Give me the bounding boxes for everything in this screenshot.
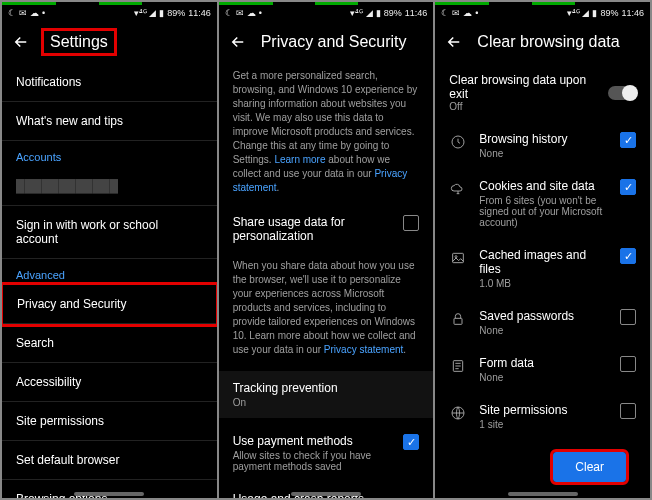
history-icon (450, 134, 466, 150)
row-formdata[interactable]: Form dataNone (435, 346, 650, 393)
row-notifications[interactable]: Notifications (2, 63, 217, 102)
moon-icon: ☾ (8, 8, 16, 18)
row-siteperm[interactable]: Site permissions1 site (435, 393, 650, 440)
row-cookies[interactable]: Cookies and site dataFrom 6 sites (you w… (435, 169, 650, 238)
back-icon[interactable] (445, 33, 463, 51)
row-privacy-security[interactable]: Privacy and Security (3, 285, 216, 324)
history-checkbox[interactable] (620, 132, 636, 148)
globe-icon (450, 405, 466, 421)
passwords-checkbox[interactable] (620, 309, 636, 325)
row-whatsnew[interactable]: What's new and tips (2, 102, 217, 141)
lock-icon (450, 311, 466, 327)
chat-icon: ☁ (30, 8, 39, 18)
share-usage-checkbox[interactable] (403, 215, 419, 231)
section-advanced: Advanced (2, 259, 217, 285)
back-icon[interactable] (229, 33, 247, 51)
battery-pct: 89% (167, 8, 185, 18)
cached-checkbox[interactable] (620, 248, 636, 264)
row-default-browser[interactable]: Set default browser (2, 441, 217, 480)
cloud-icon (450, 181, 466, 197)
clear-button[interactable]: Clear (553, 452, 626, 482)
screen-settings: ☾ ✉ ☁ • ▾⁴ᴳ ◢ ▮ 89% 11:46 Settings Notif… (2, 2, 217, 498)
home-indicator[interactable] (291, 492, 361, 496)
svg-rect-1 (453, 253, 464, 262)
page-title: Settings (44, 31, 114, 53)
row-account-blurred[interactable]: ████████████ (2, 167, 217, 206)
learn-more-link[interactable]: Learn more (274, 154, 325, 165)
screen-clear-data: ☾✉☁• ▾⁴ᴳ ◢▮89%11:46 Clear browsing data … (435, 2, 650, 498)
payment-checkbox[interactable] (403, 434, 419, 450)
status-bar: ☾ ✉ ☁ • ▾⁴ᴳ ◢ ▮ 89% 11:46 (2, 5, 217, 21)
section-accounts: Accounts (2, 141, 217, 167)
privacy-link-2[interactable]: Privacy statement (324, 344, 403, 355)
row-share-usage[interactable]: Share usage data for personalization (219, 205, 434, 253)
signal-icon: ▾⁴ᴳ ◢ (134, 8, 157, 18)
status-bar: ☾✉☁• ▾⁴ᴳ ◢▮89%11:46 (219, 5, 434, 21)
app-header: Settings (2, 21, 217, 63)
mail-icon: ✉ (19, 8, 27, 18)
app-header: Privacy and Security (219, 21, 434, 63)
screen-privacy: ☾✉☁• ▾⁴ᴳ ◢▮89%11:46 Privacy and Security… (219, 2, 434, 498)
cookies-checkbox[interactable] (620, 179, 636, 195)
row-accessibility[interactable]: Accessibility (2, 363, 217, 402)
formdata-checkbox[interactable] (620, 356, 636, 372)
row-clear-on-exit[interactable]: Clear browsing data upon exit Off (435, 63, 650, 122)
row-site-permissions[interactable]: Site permissions (2, 402, 217, 441)
row-payment[interactable]: Use payment methods Allow sites to check… (219, 424, 434, 482)
back-icon[interactable] (12, 33, 30, 51)
svg-rect-3 (454, 318, 462, 324)
battery-icon: ▮ (159, 8, 164, 18)
desc-share: When you share data about how you use th… (219, 253, 434, 367)
row-signin[interactable]: Sign in with work or school account (2, 206, 217, 259)
page-title: Clear browsing data (477, 33, 619, 51)
home-indicator[interactable] (74, 492, 144, 496)
image-icon (450, 250, 466, 266)
row-passwords[interactable]: Saved passwordsNone (435, 299, 650, 346)
row-browsing-history[interactable]: Browsing historyNone (435, 122, 650, 169)
exit-toggle[interactable] (608, 86, 636, 100)
row-cached[interactable]: Cached images and files1.0 MB (435, 238, 650, 299)
row-tracking[interactable]: Tracking prevention On (219, 371, 434, 418)
siteperm-checkbox[interactable] (620, 403, 636, 419)
clock: 11:46 (188, 8, 211, 18)
page-title: Privacy and Security (261, 33, 407, 51)
status-bar: ☾✉☁• ▾⁴ᴳ ◢▮89%11:46 (435, 5, 650, 21)
desc-personalized: Get a more personalized search, browsing… (219, 63, 434, 205)
app-header: Clear browsing data (435, 21, 650, 63)
form-icon (450, 358, 466, 374)
row-search[interactable]: Search (2, 324, 217, 363)
home-indicator[interactable] (508, 492, 578, 496)
